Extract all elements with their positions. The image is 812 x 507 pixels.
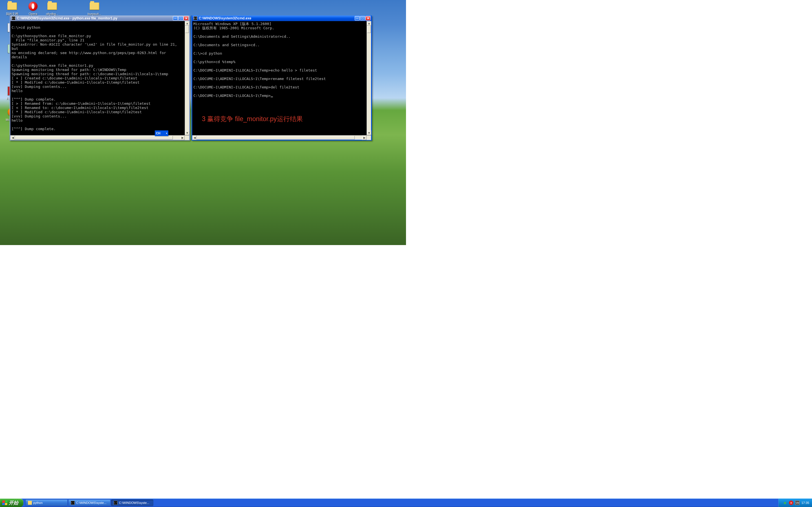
window-title: C:\WINDOWS\system32\cmd.exe - python.exe… (17, 16, 173, 20)
close-button[interactable]: ✕ (365, 16, 370, 20)
window-title: C:\WINDOWS\system32\cmd.exe (199, 16, 355, 20)
folder-icon (47, 1, 57, 11)
icon-opera[interactable]: Opera (23, 1, 43, 15)
scroll-thumb[interactable] (367, 25, 371, 33)
scroll-corner (366, 135, 371, 140)
scroll-up-button[interactable]: ▲ (185, 21, 190, 25)
maximize-button[interactable]: □ (178, 16, 183, 20)
terminal-output[interactable]: C:\>cd python C:\python>python.exe file_… (10, 25, 185, 131)
cmd-icon: C:\ (11, 16, 15, 20)
scroll-track[interactable] (197, 135, 362, 140)
scroll-right-button[interactable]: ▶ (180, 135, 185, 140)
scrollbar-vertical[interactable]: ▲ ▼ (366, 21, 371, 135)
scroll-track[interactable] (185, 25, 189, 131)
window-cmd-left[interactable]: C:\ C:\WINDOWS\system32\cmd.exe - python… (10, 15, 190, 140)
scroll-up-button[interactable]: ▲ (367, 21, 371, 25)
scroll-down-button[interactable]: ▼ (367, 131, 371, 135)
scroll-corner (185, 135, 189, 140)
icon-ollydbg[interactable]: ollydbg... (42, 1, 62, 15)
icon-label: 我的文档 (2, 12, 22, 15)
close-button[interactable]: ✕ (184, 16, 189, 20)
folder-icon (7, 1, 17, 11)
icon-label: ollydbg... (42, 12, 62, 15)
icon-burpsuit[interactable]: burpsuit... (85, 1, 104, 15)
scroll-thumb[interactable] (197, 136, 355, 139)
minimize-button[interactable]: ─ (355, 16, 360, 20)
scroll-track[interactable] (15, 135, 180, 140)
cursor (271, 97, 273, 97)
terminal-text: Microsoft Windows XP [版本 5.1.2600] (C) 版… (193, 22, 326, 98)
icon-label: burpsuit... (85, 12, 104, 15)
opera-icon (28, 1, 38, 11)
scrollbar-horizontal[interactable]: ◀ ▶ (192, 135, 366, 140)
scrollbar-vertical[interactable]: ▲ ▼ (185, 21, 189, 135)
scroll-left-button[interactable]: ◀ (10, 135, 15, 140)
scroll-right-button[interactable]: ▶ (362, 135, 366, 140)
scrollbar-horizontal[interactable]: ◀ ▶ (10, 135, 185, 140)
ime-label: CH (156, 131, 160, 135)
desktop: 我的文档 Opera ollydbg... burpsuit... 我... 回… (0, 0, 406, 245)
scroll-down-button[interactable]: ▼ (185, 131, 190, 135)
scroll-thumb[interactable] (15, 136, 173, 139)
folder-icon (89, 1, 100, 11)
titlebar[interactable]: C:\ C:\WINDOWS\system32\cmd.exe ─ □ ✕ (192, 15, 371, 21)
cmd-icon: C:\ (193, 16, 197, 20)
terminal-output[interactable]: Microsoft Windows XP [版本 5.1.2600] (C) 版… (192, 21, 366, 135)
maximize-button[interactable]: □ (360, 16, 365, 20)
scroll-left-button[interactable]: ◀ (192, 135, 197, 140)
scroll-thumb[interactable] (185, 25, 189, 33)
titlebar[interactable]: C:\ C:\WINDOWS\system32\cmd.exe - python… (10, 15, 189, 21)
scroll-track[interactable] (367, 25, 371, 131)
icon-my-documents[interactable]: 我的文档 (2, 1, 22, 15)
chevron-down-icon: ▾ (166, 132, 167, 135)
annotation-text: 3 赢得竞争 file_monitor.py运行结果 (202, 117, 303, 121)
icon-label: Opera (23, 12, 43, 15)
ime-indicator[interactable]: CH ▾ (155, 130, 168, 136)
minimize-button[interactable]: ─ (173, 16, 178, 20)
window-cmd-right[interactable]: C:\ C:\WINDOWS\system32\cmd.exe ─ □ ✕ Mi… (192, 15, 372, 140)
